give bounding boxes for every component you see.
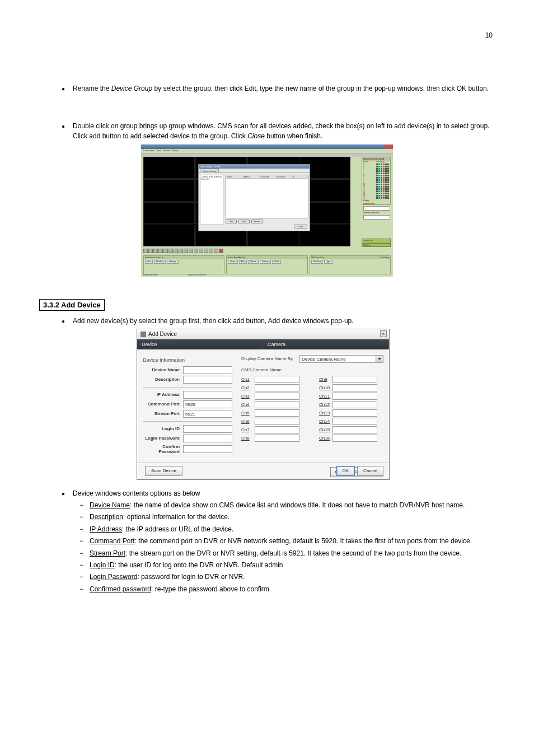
close-icon (385, 144, 393, 149)
group-label: Device Information (143, 357, 232, 363)
channel-input (332, 418, 377, 425)
channel-input (255, 384, 299, 391)
channel-row: Ch1 (241, 376, 306, 383)
dash-label: Login Password (90, 573, 137, 581)
bullet-3-intro: Device windows contents options as below (73, 489, 495, 498)
dash-marker: − (79, 525, 90, 534)
map-view-button: Map View (362, 243, 391, 247)
tab-camera: Camera (263, 339, 389, 349)
channel-input (255, 401, 299, 408)
dash-label: Login ID (90, 561, 115, 569)
group-tree: ☐ Device Group (0 devices) Group List (200, 175, 223, 225)
bullet-add-device: Add new device(s) by select the group fi… (73, 316, 495, 326)
channel-label: Ch10 (319, 385, 332, 390)
dash-item: −Device Name: the name of device show on… (79, 501, 495, 510)
label-command-port: Command Port (143, 402, 183, 407)
menu-bar: Connection View Record Setup (141, 149, 393, 153)
dash-item: −Description: optional information for t… (79, 512, 495, 522)
dialog-title: Local Setup - Device (199, 165, 310, 169)
dash-marker: − (79, 585, 90, 594)
section-header: 3.3.2 Add Device (39, 299, 105, 311)
label-login-id: Login ID (143, 426, 183, 431)
dash-item: −Confirmed password: re-type the passwor… (79, 585, 495, 594)
channel-row: Ch5 (241, 409, 306, 417)
dash-marker: − (79, 501, 90, 510)
text: button when finish. (265, 132, 322, 140)
channel-label: Ch5 (241, 410, 255, 416)
channel-row: Ch6 (241, 418, 306, 425)
local-setup-dialog: Local Setup - Device Device Group ☐ Devi… (198, 164, 310, 231)
dash-label: Description (90, 513, 123, 521)
channel-label: Ch15 (319, 427, 332, 432)
cms-control-panel: CMS Control Log Control Log Date/Time Ty… (310, 255, 391, 274)
input-ip (183, 391, 232, 399)
channel-row: Ch12 (319, 401, 383, 408)
dash-item: −Stream Port: the stream port on the DVR… (79, 549, 495, 558)
channel-input (255, 409, 299, 417)
channel-row: Ch4 (241, 401, 306, 408)
label-cms-name: CMS Camera Name (241, 367, 299, 372)
dash-item: −IP Address: the IP address or URL of th… (79, 525, 495, 534)
channel-label: Ch16 (319, 436, 332, 441)
channel-row: Ch3 (241, 393, 306, 400)
channel-label: Ch6 (241, 419, 255, 424)
channel-input (332, 426, 377, 433)
text-em: Device Group (111, 85, 152, 92)
channel-label: Ch8 (241, 436, 255, 441)
input-description (183, 376, 232, 384)
channel-row: Ch8 (241, 435, 306, 442)
channel-row: Ch16 (319, 435, 383, 442)
dash-rest: : password for login to DVR or NVR. (137, 573, 245, 581)
channel-label: Ch4 (241, 402, 255, 407)
channel-label: Ch7 (241, 427, 255, 432)
dash-rest: : the commend port on DVR or NVR network… (135, 537, 472, 545)
input-login-pw (183, 435, 232, 442)
dash-marker: − (79, 512, 90, 522)
bullet-2: Double click on group brings up group wi… (73, 122, 495, 141)
channel-label: Ch2 (241, 385, 255, 390)
close-icon: × (380, 330, 387, 337)
dash-marker: − (79, 572, 90, 582)
dash-label: Confirmed password (90, 585, 151, 593)
dialog-title-bar: Add Device × (137, 329, 389, 339)
dash-item: −Login ID: the user ID for log onto the … (79, 561, 495, 570)
channel-row: Ch2 (241, 384, 306, 391)
channel-label: Ch12 (319, 402, 332, 407)
channel-label: Ch11 (319, 394, 332, 399)
channel-label: Ch1 (241, 377, 255, 382)
input-device-name (183, 366, 232, 374)
label-login-pw: Login Password (143, 436, 183, 441)
page-number: 10 (485, 31, 493, 39)
dash-marker: − (79, 549, 90, 558)
dash-item: −Command Port: the commend port on DVR o… (79, 536, 495, 546)
bullet-dot: ● (62, 489, 73, 498)
channel-row: Ch13 (319, 409, 383, 417)
channel-row: Ch15 (319, 426, 383, 433)
input-command-port: 5920 (183, 400, 232, 408)
dash-label: Device Name (90, 501, 130, 509)
screenshot-add-device: Add Device × Device Camera Device Inform… (137, 329, 390, 480)
bullet-dot: ● (62, 122, 73, 141)
channel-input (255, 376, 299, 383)
dash-label: IP Address (90, 525, 122, 533)
select-display-by: Device Camera Name (299, 355, 383, 363)
dialog-icon (140, 332, 146, 337)
dash-label: Stream Port (90, 549, 125, 557)
dash-marker: − (79, 536, 90, 546)
dash-rest: : optional information for the device. (123, 513, 229, 521)
connection-row: 16 (362, 197, 390, 199)
label-display-by: Display Camera Name By (241, 356, 299, 361)
text: Rename the (73, 85, 111, 92)
edit-button: Edit (238, 220, 250, 223)
channel-input (332, 376, 377, 383)
label-device-name: Device Name (143, 367, 183, 372)
remove-button: Remove (251, 220, 263, 223)
channel-label: Ch3 (241, 394, 255, 399)
dash-marker: − (79, 561, 90, 570)
ok-button: OK (336, 466, 355, 476)
channel-input (255, 393, 299, 400)
channel-input (332, 384, 377, 391)
dash-rest: : the user ID for log onto the DVR or NV… (115, 561, 283, 569)
layout-icons (143, 248, 223, 254)
channel-input (332, 393, 377, 400)
